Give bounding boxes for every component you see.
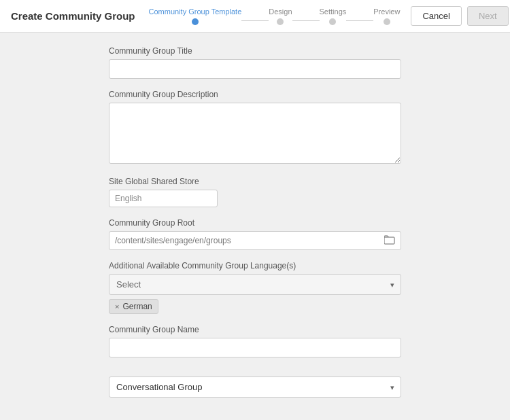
step-4-dot: [384, 18, 390, 25]
languages-select-wrapper: Select ▾: [109, 274, 401, 295]
root-label: Community Group Root: [109, 218, 401, 228]
wizard-step-4: Preview: [373, 7, 400, 25]
wizard-steps: Community Group Template Design Settings…: [149, 7, 401, 25]
wizard-step-2: Design: [269, 7, 292, 25]
conversational-group: Conversational Group ▾: [109, 377, 401, 398]
root-browse-button[interactable]: [379, 232, 401, 249]
conversational-select[interactable]: Conversational Group: [109, 377, 401, 398]
root-input-wrapper: [109, 231, 401, 250]
title-input[interactable]: [109, 59, 401, 79]
languages-label: Additional Available Community Group Lan…: [109, 261, 401, 270]
german-tag: × German: [109, 299, 158, 314]
description-label: Community Group Description: [109, 90, 401, 99]
header-actions: Cancel Next: [411, 6, 508, 26]
languages-select[interactable]: Select: [109, 274, 401, 295]
next-button[interactable]: Next: [467, 6, 509, 26]
step-2-dot: [277, 18, 284, 25]
step-line-3: [346, 20, 373, 21]
main-content: Community Group Title Community Group De…: [0, 33, 510, 420]
title-label: Community Group Title: [109, 46, 401, 56]
conversational-select-wrapper: Conversational Group ▾: [109, 377, 401, 398]
step-3-label: Settings: [320, 7, 347, 16]
description-input[interactable]: [109, 103, 401, 164]
step-2-label: Design: [269, 7, 292, 16]
languages-group: Additional Available Community Group Lan…: [109, 261, 401, 314]
name-input[interactable]: [109, 338, 401, 357]
svg-rect-0: [384, 237, 394, 244]
description-group: Community Group Description: [109, 90, 401, 166]
folder-icon: [384, 235, 395, 247]
wizard-step-3: Settings: [320, 7, 347, 25]
page-header: Create Community Group Community Group T…: [0, 0, 510, 33]
tag-label: German: [122, 302, 152, 311]
shared-store-label: Site Global Shared Store: [109, 177, 401, 186]
root-input[interactable]: [109, 232, 379, 249]
root-group: Community Group Root: [109, 218, 401, 250]
tag-remove-button[interactable]: ×: [115, 302, 119, 311]
step-line-2: [292, 20, 320, 21]
wizard-step-1: Community Group Template: [149, 7, 242, 25]
name-group: Community Group Name: [109, 325, 401, 366]
title-group: Community Group Title: [109, 46, 401, 79]
step-4-label: Preview: [373, 7, 400, 16]
shared-store-input[interactable]: [109, 190, 218, 207]
step-1-dot: [192, 18, 199, 25]
name-label: Community Group Name: [109, 325, 401, 334]
page-title: Create Community Group: [11, 10, 135, 22]
cancel-button[interactable]: Cancel: [411, 6, 461, 26]
step-1-label: Community Group Template: [149, 7, 242, 16]
shared-store-group: Site Global Shared Store: [109, 177, 401, 207]
step-3-dot: [329, 18, 336, 25]
step-line-1: [241, 20, 269, 21]
